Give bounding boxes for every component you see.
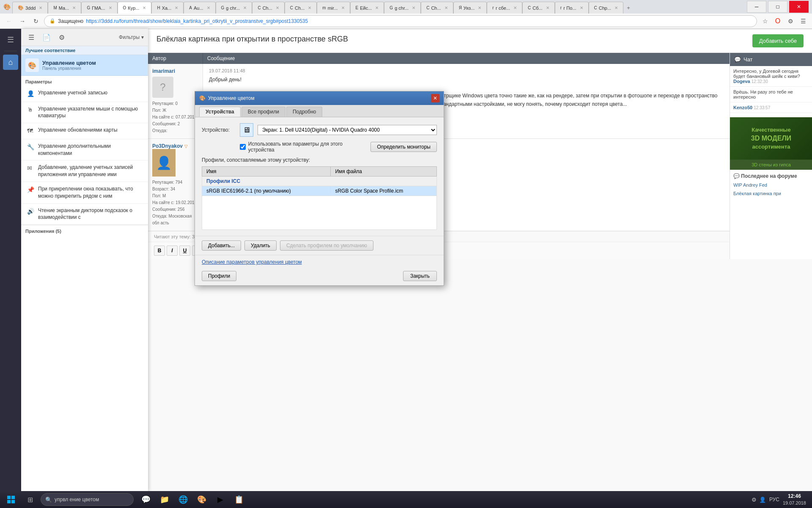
- dialog-title: 🎨 Управление цветом: [199, 95, 255, 101]
- taskbar-right: ⚙ 👤 РУС 12:46 19.07.2018: [752, 493, 809, 506]
- tab-ei[interactable]: EЕйс...✕: [350, 2, 384, 14]
- post-meta-2: Репутация: 794 Возраст: 34 Пол: М На сай…: [152, 179, 198, 226]
- chat-title: Чат: [743, 56, 753, 63]
- last-forum-icon: 💬: [733, 173, 740, 179]
- cp-menu-mouse[interactable]: 🖱 Управление указателем мыши с помощью к…: [21, 102, 148, 124]
- tab-ha[interactable]: HХа...✕: [151, 2, 184, 14]
- tab-gp[interactable]: гг По...✕: [555, 2, 589, 14]
- dialog-body: Устройство: 🖥 Экран: 1. Dell U2410(Digit…: [195, 117, 444, 236]
- col-name-header: Имя: [202, 167, 331, 177]
- cp-document-button[interactable]: 📄: [41, 31, 52, 43]
- use-my-settings-checkbox[interactable]: [240, 144, 246, 150]
- dialog-tab-devices[interactable]: Устройства: [199, 107, 241, 117]
- bookmark-button[interactable]: ☆: [760, 16, 771, 27]
- cp-menu-accounts-app-label: Добавление, удаление учетных записей при…: [38, 164, 144, 178]
- taskbar-explorer-icon[interactable]: 📁: [156, 492, 173, 507]
- taskbar-skype-icon[interactable]: 💬: [137, 492, 155, 507]
- tray-user-icon[interactable]: 👤: [759, 497, 766, 503]
- taskbar-photoshop-icon[interactable]: 🎨: [193, 492, 211, 507]
- task-view-button[interactable]: ⊞: [21, 492, 39, 507]
- tab-gma[interactable]: GГМА...✕: [81, 2, 117, 14]
- tab-3ddd[interactable]: 🎨3ddd✕: [12, 2, 48, 14]
- profiles-section-title: Профили, сопоставляемые этому устройству…: [202, 157, 437, 163]
- tab-gch[interactable]: Gg chr...✕: [216, 2, 252, 14]
- windows-sidebar: ☰ ⌂: [0, 29, 21, 491]
- author-name-1[interactable]: imarimari: [152, 68, 198, 74]
- tab-ch3[interactable]: CCh...✕: [421, 2, 453, 14]
- close-button[interactable]: ✕: [789, 1, 809, 13]
- cp-selected-item[interactable]: 🎨 Управление цветом Панель управления: [21, 55, 148, 76]
- mouse-icon: 🖱: [27, 106, 35, 114]
- cp-settings-button[interactable]: ⚙: [56, 31, 68, 43]
- extensions-button[interactable]: ⚙: [785, 16, 796, 27]
- maximize-button[interactable]: □: [768, 1, 787, 13]
- device-select[interactable]: Экран: 1. Dell U2410(Digital) - NVIDIA Q…: [258, 125, 437, 135]
- make-default-button[interactable]: Сделать профилем по умолчанию: [280, 240, 373, 251]
- delete-profile-button[interactable]: Удалить: [244, 240, 277, 251]
- cp-menu-map[interactable]: 🗺 Управление обновлениями карты: [21, 123, 148, 139]
- sidebar-home-icon[interactable]: ⌂: [3, 55, 18, 70]
- taskbar-chrome-icon[interactable]: 🌐: [174, 492, 192, 507]
- tab-gch2[interactable]: Gg chr...✕: [384, 2, 421, 14]
- tab-au[interactable]: AAu...✕: [184, 2, 215, 14]
- underline-button[interactable]: U: [179, 246, 190, 256]
- add-profile-button[interactable]: Добавить...: [202, 240, 241, 251]
- cp-filter-button[interactable]: Фильтры ▾: [119, 34, 144, 40]
- close-dialog-button[interactable]: Закрыть: [403, 271, 437, 281]
- add-to-self-button[interactable]: Добавить себе: [752, 34, 804, 47]
- taskbar-clipboard-icon[interactable]: 📋: [230, 492, 248, 507]
- dialog-tab-details[interactable]: Подробно: [286, 107, 323, 117]
- cp-menu-account[interactable]: 👤 Управление учетной записью: [21, 86, 148, 102]
- start-button[interactable]: [3, 492, 19, 507]
- reload-button[interactable]: ↻: [30, 16, 41, 27]
- opera-button[interactable]: O: [772, 16, 783, 27]
- taskbar-media-icon[interactable]: ▶: [211, 492, 229, 507]
- tab-ch1[interactable]: CCh...✕: [252, 2, 284, 14]
- address-bar[interactable]: 🔒 Защищено https://3ddd.ru/forum/thread/…: [44, 15, 757, 27]
- description-link[interactable]: Описание параметров управления цветом: [202, 259, 302, 265]
- cp-menu-accounts-app[interactable]: ✉ Добавление, удаление учетных записей п…: [21, 160, 148, 182]
- last-forum-link-1[interactable]: WIP Andrey Fed: [733, 182, 809, 189]
- dialog-link-row: Описание параметров управления цветом: [195, 255, 444, 268]
- forward-button[interactable]: →: [17, 16, 28, 27]
- dialog-footer: Добавить... Удалить Сделать профилем по …: [195, 236, 444, 255]
- tab-mir[interactable]: mmir...✕: [317, 2, 350, 14]
- minimize-button[interactable]: ─: [747, 1, 766, 13]
- tab-kur[interactable]: ОКур...✕: [118, 2, 152, 14]
- tab-ya[interactable]: ЯУяз...✕: [453, 2, 487, 14]
- dialog-tab-all-profiles[interactable]: Все профили: [241, 107, 285, 117]
- new-tab-button[interactable]: +: [623, 2, 634, 14]
- identify-monitors-button[interactable]: Определить мониторы: [370, 142, 437, 152]
- tray-settings-icon[interactable]: ⚙: [752, 497, 757, 503]
- ad-block[interactable]: Качественные3D МОДЕЛИассортимента 3D сте…: [730, 117, 812, 170]
- tab-sb[interactable]: ССб...✕: [522, 2, 555, 14]
- profiles-button[interactable]: Профили: [202, 271, 236, 281]
- cp-menu-components[interactable]: 🔧 Управление дополнительными компонентам…: [21, 139, 148, 161]
- dialog-checkbox-row: Использовать мои параметры для этого уст…: [202, 141, 437, 153]
- cp-menu-snap[interactable]: 📌 При прикреплении окна показывать, что …: [21, 182, 148, 204]
- profile-group-name: Профили ICC: [202, 177, 437, 186]
- tab-ch4[interactable]: CChр...✕: [589, 2, 624, 14]
- author-2-text[interactable]: Po3Dnyakov: [152, 143, 183, 149]
- cp-menu-narrator[interactable]: 🔊 Чтение экранным диктором подсказок о в…: [21, 204, 148, 225]
- monitor-icon: 🖥: [240, 123, 253, 137]
- bold-button[interactable]: B: [154, 246, 165, 256]
- chat-username-3: Kenzo50: [733, 105, 752, 110]
- svg-rect-2: [7, 500, 11, 503]
- last-forum-link-2[interactable]: Блёклая картинка при: [733, 190, 809, 198]
- back-button[interactable]: ←: [3, 16, 14, 27]
- sidebar-hamburger[interactable]: ☰: [3, 32, 18, 47]
- profile-row[interactable]: sRGB IEC61966-2.1 (по умолчанию) sRGB Co…: [202, 186, 437, 196]
- last-forum-section: 💬 Последнее на форуме WIP Andrey Fed Блё…: [730, 170, 812, 202]
- author-name-2: Po3Dnyakov ▽: [152, 143, 198, 149]
- svg-rect-1: [11, 496, 15, 499]
- tab-gs[interactable]: гг сбе...✕: [487, 2, 522, 14]
- menu-button[interactable]: ☰: [798, 16, 809, 27]
- tab-ma[interactable]: ММа...✕: [48, 2, 81, 14]
- dialog-close-x-button[interactable]: ✕: [431, 94, 439, 102]
- italic-button[interactable]: I: [167, 246, 178, 256]
- chevron-down-icon: ▾: [141, 34, 144, 40]
- taskbar-search-box[interactable]: 🔍 упрвл ение цветом: [41, 493, 134, 506]
- tab-ch2[interactable]: CCh...✕: [285, 2, 317, 14]
- cp-list-view-button[interactable]: ☰: [25, 31, 37, 43]
